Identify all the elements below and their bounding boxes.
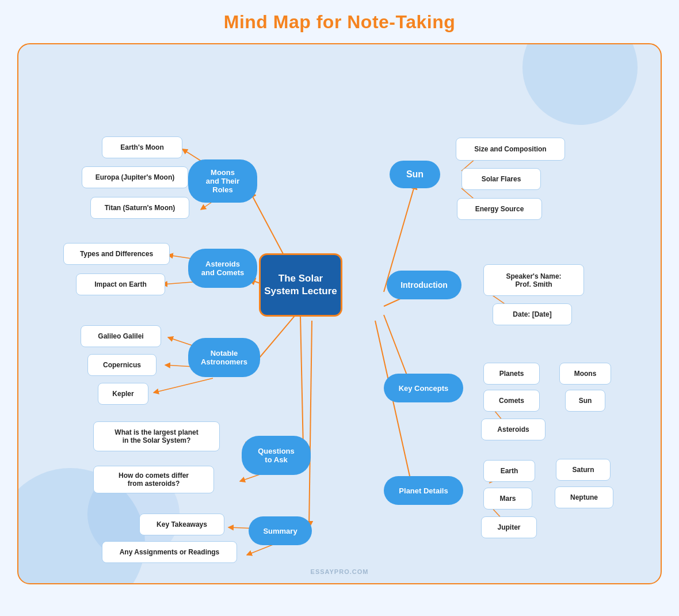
saturn-node: Saturn [556,459,611,481]
svg-line-4 [309,321,312,528]
moons-roles-node: Moons and Their Roles [188,159,257,203]
asteroids-node: Asteroids [481,419,546,440]
svg-line-3 [300,316,303,448]
comets-node: Comets [483,390,540,412]
comets-differ-node: How do comets differ from asteroids? [93,466,214,493]
any-assignments-node: Any Assignments or Readings [102,541,237,563]
svg-line-16 [154,378,213,393]
mars-node: Mars [483,488,532,509]
sun-small-node: Sun [565,390,605,412]
svg-line-8 [375,321,414,497]
watermark: ESSAYPRO.COM [311,568,369,575]
sun-node: Sun [390,161,440,188]
mind-map-container: The Solar System Lecture Moons and Their… [17,43,662,584]
size-composition-node: Size and Composition [456,138,565,161]
types-diff-node: Types and Differences [63,243,170,265]
earth-moon-node: Earth's Moon [102,136,182,158]
asteroids-comets-node: Asteroids and Comets [188,249,257,288]
center-node: The Solar System Lecture [259,253,342,317]
largest-planet-node: What is the largest planet in the Solar … [93,421,220,451]
speaker-name-node: Speaker's Name: Prof. Smith [483,264,584,296]
energy-source-node: Energy Source [457,198,542,220]
titan-node: Titan (Saturn's Moon) [90,197,189,219]
copernicus-node: Copernicus [87,354,157,376]
impact-earth-node: Impact on Earth [76,273,165,295]
planet-details-node: Planet Details [384,476,463,505]
introduction-node: Introduction [387,271,461,299]
earth-node: Earth [483,460,535,482]
moons-small-node: Moons [559,363,611,385]
jupiter-node: Jupiter [481,516,537,538]
europa-node: Europa (Jupiter's Moon) [82,166,188,188]
neptune-node: Neptune [555,486,613,508]
summary-node: Summary [249,516,312,545]
date-node: Date: [Date] [493,303,572,325]
page-title: Mind Map for Note-Taking [224,12,455,33]
notable-astronomers-node: Notable Astronomers [188,338,260,377]
galileo-node: Galileo Galilei [81,325,161,347]
questions-node: Questions to Ask [242,436,311,475]
planets-node: Planets [483,363,540,385]
key-concepts-node: Key Concepts [384,374,463,402]
kepler-node: Kepler [98,383,148,405]
key-takeaways-node: Key Takeaways [139,514,224,535]
solar-flares-node: Solar Flares [461,168,541,190]
center-label: The Solar System Lecture [261,272,341,298]
